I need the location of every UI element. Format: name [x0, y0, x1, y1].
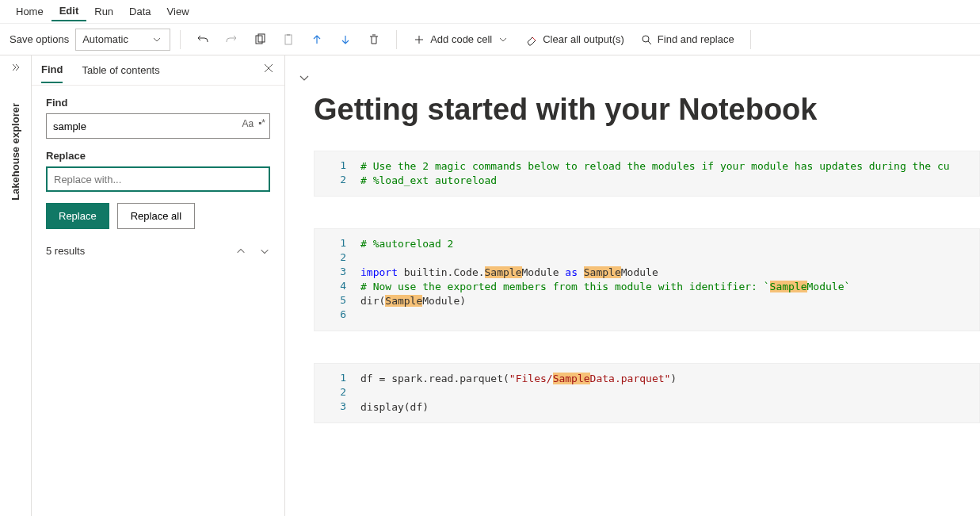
- prev-result-button[interactable]: [235, 246, 246, 257]
- undo-icon: [196, 33, 209, 46]
- delete-button[interactable]: [361, 28, 387, 52]
- lakehouse-explorer-tab[interactable]: Lakehouse explorer: [10, 103, 21, 201]
- replace-input-wrap: [46, 166, 270, 192]
- panel-tabs: FindTable of contents: [32, 55, 284, 86]
- find-replace-label: Find and replace: [658, 33, 734, 45]
- copy-icon: [254, 33, 266, 46]
- divider: [750, 30, 751, 49]
- divider: [180, 30, 181, 49]
- results-count: 5 results: [46, 245, 85, 257]
- replace-input[interactable]: [46, 166, 270, 192]
- find-replace-button[interactable]: Find and replace: [634, 28, 741, 52]
- next-result-button[interactable]: [259, 246, 270, 257]
- svg-rect-3: [287, 34, 290, 36]
- button-row: Replace Replace all: [46, 203, 270, 229]
- chevron-down-icon: [151, 33, 163, 46]
- copy-button[interactable]: [247, 28, 273, 52]
- replace-all-button[interactable]: Replace all: [117, 203, 195, 229]
- code-area[interactable]: # Use the 2 magic commands below to relo…: [354, 151, 979, 196]
- redo-icon: [225, 33, 238, 46]
- line-gutter: 123456: [315, 229, 354, 331]
- search-icon: [640, 33, 653, 46]
- close-icon[interactable]: [262, 62, 275, 75]
- arrow-up-icon: [311, 33, 323, 46]
- find-input[interactable]: [46, 113, 270, 139]
- panel-tab-table-of-contents[interactable]: Table of contents: [82, 58, 159, 82]
- line-gutter: 123: [315, 364, 354, 422]
- arrow-down-icon: [339, 33, 352, 46]
- left-rail: Lakehouse explorer: [0, 55, 32, 516]
- menu-home[interactable]: Home: [8, 2, 51, 21]
- replace-label: Replace: [46, 150, 270, 162]
- result-nav: [235, 246, 270, 257]
- menu-run[interactable]: Run: [86, 2, 121, 21]
- code-cell[interactable]: 12# Use the 2 magic commands below to re…: [314, 151, 980, 197]
- clear-outputs-button[interactable]: Clear all output(s): [519, 28, 631, 52]
- svg-point-4: [643, 36, 649, 42]
- save-mode-value: Automatic: [82, 33, 128, 45]
- menu-data[interactable]: Data: [121, 2, 158, 21]
- find-panel: FindTable of contents Find Aa ▪* Replace…: [32, 55, 285, 516]
- add-code-cell-label: Add code cell: [430, 33, 492, 45]
- svg-rect-2: [285, 35, 292, 44]
- expand-rail-button[interactable]: [0, 55, 31, 79]
- regex-toggle[interactable]: ▪*: [258, 117, 265, 128]
- menu-bar: HomeEditRunDataView: [0, 0, 980, 24]
- code-area[interactable]: # %autoreload 2 import builtin.Code.Samp…: [354, 229, 979, 331]
- redo-button[interactable]: [219, 28, 244, 52]
- panel-tab-find[interactable]: Find: [41, 57, 63, 83]
- add-code-cell-button[interactable]: Add code cell: [406, 28, 516, 52]
- move-up-button[interactable]: [304, 28, 330, 52]
- code-cell[interactable]: 123456# %autoreload 2 import builtin.Cod…: [314, 228, 980, 331]
- divider: [396, 30, 397, 49]
- match-case-toggle[interactable]: Aa: [242, 118, 254, 129]
- code-area[interactable]: df = spark.read.parquet("Files/SampleDat…: [354, 364, 979, 422]
- save-mode-dropdown[interactable]: Automatic: [75, 29, 170, 51]
- panel-body: Find Aa ▪* Replace Replace Replace all 5…: [32, 86, 284, 268]
- results-row: 5 results: [46, 245, 270, 257]
- find-input-wrap: Aa ▪*: [46, 113, 270, 139]
- undo-button[interactable]: [190, 28, 215, 52]
- menu-edit[interactable]: Edit: [51, 2, 87, 21]
- notebook-content: Getting started with your Notebook 12# U…: [285, 55, 980, 516]
- save-options-label: Save options: [6, 33, 72, 45]
- paste-icon: [282, 33, 295, 46]
- eraser-icon: [525, 33, 538, 46]
- plus-icon: [413, 33, 425, 46]
- find-label: Find: [46, 97, 270, 109]
- chevron-down-icon: [497, 33, 509, 46]
- move-down-button[interactable]: [333, 28, 358, 52]
- replace-button[interactable]: Replace: [46, 203, 109, 229]
- toolbar: Save options Automatic Add code cell Cle…: [0, 24, 980, 55]
- paste-button[interactable]: [276, 28, 301, 52]
- main: Lakehouse explorer FindTable of contents…: [0, 55, 980, 516]
- find-options: Aa ▪*: [242, 118, 265, 129]
- expand-cell-button[interactable]: [298, 71, 311, 84]
- page-title: Getting started with your Notebook: [314, 93, 980, 127]
- menu-view[interactable]: View: [159, 2, 197, 21]
- code-cell[interactable]: 123df = spark.read.parquet("Files/Sample…: [314, 363, 980, 423]
- line-gutter: 12: [315, 151, 354, 196]
- trash-icon: [368, 33, 380, 46]
- double-chevron-right-icon: [10, 61, 22, 74]
- clear-outputs-label: Clear all output(s): [543, 33, 624, 45]
